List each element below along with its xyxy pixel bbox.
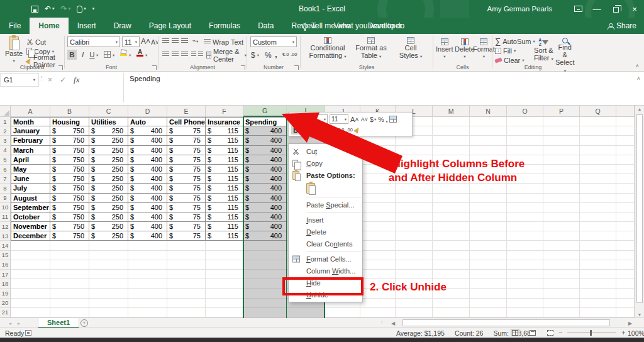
cell-N10[interactable] [470,203,507,212]
macro-record-icon[interactable] [25,330,31,336]
cell-x11[interactable] [616,212,635,222]
cell-G20[interactable] [243,299,287,308]
row-header-18[interactable]: 18 [0,279,11,289]
decrease-indent-icon[interactable] [191,52,196,57]
cell-M15[interactable] [433,251,470,260]
cell-B12[interactable]: $750 [50,222,89,231]
cell-M4[interactable] [433,146,470,155]
clipboard-dialog-launcher[interactable] [58,65,63,70]
row-header-1[interactable]: 1 [0,117,11,126]
cell-O8[interactable] [507,184,543,193]
cell-D11[interactable]: $400 [128,212,167,222]
tab-data[interactable]: Data [249,18,282,34]
cell-Q21[interactable] [580,308,616,317]
cell-x9[interactable] [616,194,635,203]
menu-item-paste-options[interactable]: Paste Options: [289,169,362,181]
cell-L9[interactable] [396,194,433,203]
cell-M10[interactable] [433,203,470,212]
mini-increase-decimal[interactable]: €.0 [338,127,344,133]
cell-x6[interactable] [616,165,635,174]
cell-x12[interactable] [616,222,635,231]
cell-P21[interactable] [543,308,580,317]
cell-O20[interactable] [507,299,543,308]
tell-me-box[interactable]: Tell me what you want to do [302,18,404,34]
cell-P9[interactable] [543,194,580,203]
cell-F10[interactable]: $115 [206,203,243,212]
normal-view-button[interactable] [511,329,519,336]
tab-draw[interactable]: Draw [105,18,140,34]
vertical-scroll-thumb[interactable] [636,114,643,303]
mini-font-name[interactable]: Calibri▾ [291,114,328,124]
cell-O13[interactable] [507,231,543,241]
sheet-nav-prev-icon[interactable]: ◂ [9,321,11,326]
cell-I21[interactable] [287,308,325,317]
cell-D3[interactable]: $400 [128,136,167,145]
cell-A3[interactable]: February [11,136,50,145]
cell-E6[interactable]: $75 [167,165,206,174]
cell-K15[interactable] [360,251,396,260]
cell-F3[interactable]: $115 [206,136,243,145]
sheet-tab-sheet1[interactable]: Sheet1 [38,318,79,328]
cell-D4[interactable]: $400 [128,146,167,155]
cell-A12[interactable]: November [11,222,50,231]
mini-percent[interactable]: % [378,116,384,123]
align-middle-icon[interactable] [172,38,179,44]
cell-B17[interactable] [50,270,89,279]
mini-shrink-font[interactable]: A˅ [361,116,368,123]
cell-P5[interactable] [543,155,580,165]
cell-A15[interactable] [11,251,50,260]
cell-B10[interactable]: $750 [50,203,89,212]
cell-B4[interactable]: $750 [50,146,89,155]
cell-N15[interactable] [470,251,507,260]
cell-G4[interactable]: $400 [243,146,287,155]
cell-x18[interactable] [616,279,635,289]
cell-G6[interactable]: $400 [243,165,287,174]
cell-G3[interactable]: $400 [243,136,287,145]
italic-button[interactable]: I [78,50,87,60]
cell-x21[interactable] [616,308,635,317]
scroll-up-arrow[interactable]: ▲ [635,107,644,111]
cell-F11[interactable]: $115 [206,212,243,222]
cell-E10[interactable]: $75 [167,203,206,212]
cell-P15[interactable] [543,251,580,260]
cell-A11[interactable]: October [11,212,50,222]
cell-Q14[interactable] [580,241,616,250]
mini-borders-dropdown[interactable]: ▾ [334,128,336,133]
cell-A7[interactable]: June [11,174,50,184]
cell-E11[interactable]: $75 [167,212,206,222]
cell-E4[interactable]: $75 [167,146,206,155]
cell-E3[interactable]: $75 [167,136,206,145]
cell-x3[interactable] [616,136,635,145]
row-header-19[interactable]: 19 [0,289,11,298]
cell-B1[interactable]: Housing [50,117,89,126]
cell-F7[interactable]: $115 [206,174,243,184]
cell-D10[interactable]: $400 [128,203,167,212]
cell-N9[interactable] [470,194,507,203]
cell-P17[interactable] [543,270,580,279]
row-header-4[interactable]: 4 [0,146,11,155]
menu-item-cut[interactable]: Cut [289,145,362,157]
cell-P13[interactable] [543,231,580,241]
cell-Q11[interactable] [580,212,616,222]
cell-F5[interactable]: $115 [206,155,243,165]
cell-O17[interactable] [507,270,543,279]
menu-item-delete[interactable]: Delete [289,226,362,238]
page-break-view-button[interactable] [546,329,555,336]
cell-G10[interactable]: $400 [243,203,287,212]
cell-A16[interactable] [11,260,50,270]
tab-insert[interactable]: Insert [69,18,105,34]
column-header-Q[interactable]: Q [580,106,616,117]
cell-M12[interactable] [433,222,470,231]
cell-A10[interactable]: September [11,203,50,212]
cell-E5[interactable]: $75 [167,155,206,165]
cell-D16[interactable] [128,260,167,270]
cell-Q2[interactable] [580,126,616,136]
cell-O3[interactable] [507,136,543,145]
align-right-icon[interactable] [181,52,188,57]
collapse-ribbon-button[interactable]: ˄ [636,63,639,69]
zoom-in-button[interactable]: + [621,329,625,336]
cell-K20[interactable] [360,299,396,308]
cell-G14[interactable] [243,241,287,250]
decrease-decimal-button[interactable]: .00 [291,52,297,57]
cell-F12[interactable]: $115 [206,222,243,231]
